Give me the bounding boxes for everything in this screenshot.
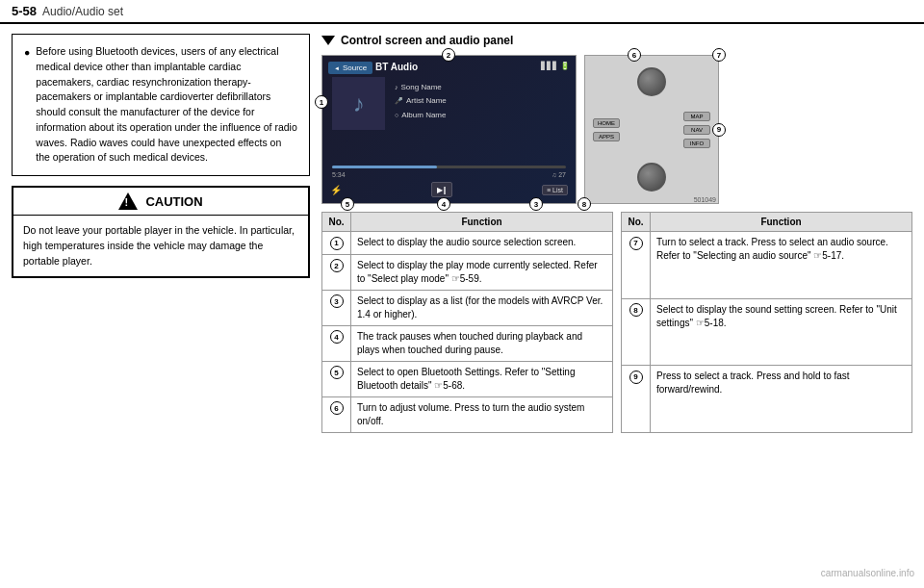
artist-name: Artist Name [395,94,447,108]
list-button[interactable]: ≡ List [542,185,568,195]
table-row: 9 Press to select a track. Press and hol… [622,366,912,433]
current-time: 5:34 [332,171,346,178]
table-row: 8 Select to display the sound setting sc… [622,298,912,366]
panel-buttons-right: MAP NAV INFO [683,112,710,148]
label-3: 3 [529,197,543,211]
right-function-table: No. Function 7 Turn to select a track. P… [621,212,912,433]
album-art: ♪ [332,77,385,130]
table-row: 3 Select to display as a list (for the m… [322,290,613,325]
right-column: Control screen and audio panel Source BT… [321,34,912,433]
right-table-func-header: Function [651,213,912,232]
caution-label: CAUTION [145,194,202,209]
play-pause-btn[interactable]: ▶‖ [431,182,452,197]
image-number: 501049 [694,196,716,203]
row-number: 2 [322,254,351,290]
row-number: 1 [322,232,351,255]
info-btn[interactable]: INFO [683,139,710,148]
row-function: Turn to adjust volume. Press to turn the… [351,396,613,432]
label-4: 4 [437,197,450,211]
album-name: Album Name [395,109,447,122]
bt-audio-title: BT Audio [375,62,418,72]
volume-knob[interactable] [637,67,666,96]
caution-icon [118,192,138,210]
audio-screen: Source BT Audio ▋▋▋ 🔋 ♪ Song Name Artis [321,55,577,204]
left-function-table: No. Function 1 Select to display the aud… [321,212,613,433]
caution-text: Do not leave your portable player in the… [23,223,298,268]
section-title-bar: Control screen and audio panel [321,34,912,47]
label-7: 7 [712,48,726,62]
warning-text: Before using Bluetooth devices, users of… [36,44,297,166]
watermark: carmanualsonline.info [821,568,914,578]
row-function: Turn to select a track. Press to select … [651,232,912,299]
caution-body: Do not leave your portable player in the… [13,216,308,276]
caution-header: CAUTION [13,188,308,216]
label-5: 5 [341,197,354,211]
source-button: Source [328,62,372,74]
label-9: 9 [712,123,726,137]
row-function: Press to select a track. Press and hold … [651,366,912,433]
left-column: ● Before using Bluetooth devices, users … [12,34,310,433]
bullet-dot: ● [24,45,30,166]
battery-icon: 🔋 [560,62,570,70]
signal-icons: ▋▋▋ 🔋 [541,62,570,70]
row-function: Select to display the play mode currentl… [351,254,613,290]
page-header: 5-58 Audio/Audio set [0,0,924,24]
audio-panel: HOME APPS MAP NAV INFO 501 [584,55,719,204]
time-info: 5:34 ♫ 27 [332,171,566,178]
progress-bar [332,166,566,168]
row-number: 5 [322,361,351,396]
label-1: 1 [315,95,328,109]
row-function: The track pauses when touched during pla… [351,325,613,361]
panel-buttons-left: HOME APPS [593,118,620,141]
screen-inner: Source BT Audio ▋▋▋ 🔋 ♪ Song Name Artis [322,56,576,203]
section-title-text: Control screen and audio panel [341,34,513,47]
label-6: 6 [628,48,641,62]
label-2: 2 [442,48,455,62]
nav-btn[interactable]: NAV [683,125,710,135]
row-function: Select to display as a list (for the mod… [351,290,613,325]
music-note-icon: ♪ [353,90,365,117]
left-table-func-header: Function [351,213,613,232]
caution-box: CAUTION Do not leave your portable playe… [12,186,310,278]
row-number: 8 [622,298,651,366]
home-btn[interactable]: HOME [593,118,620,128]
row-number: 4 [322,325,351,361]
triangle-icon [321,36,335,45]
progress-area: 5:34 ♫ 27 [332,166,566,178]
row-number: 6 [322,396,351,432]
progress-fill [332,166,437,168]
page-title: Audio/Audio set [42,5,123,18]
panel-container: HOME APPS MAP NAV INFO 501 [584,55,719,204]
left-table-no-header: No. [322,213,351,232]
screen-container: Source BT Audio ▋▋▋ 🔋 ♪ Song Name Artis [321,55,577,204]
table-row: 4 The track pauses when touched during p… [322,325,613,361]
table-row: 1 Select to display the audio source sel… [322,232,613,255]
row-number: 9 [622,366,651,433]
label-8: 8 [578,197,591,211]
table-row: 7 Turn to select a track. Press to selec… [622,232,912,299]
controls-bar: ⚡ ▶‖ ≡ List [322,182,576,197]
row-number: 3 [322,290,351,325]
tables-area: No. Function 1 Select to display the aud… [321,212,912,433]
row-function: Select to display the audio source selec… [351,232,613,255]
signal-icon: ▋▋▋ [541,62,558,70]
map-btn[interactable]: MAP [683,112,710,121]
list-icon: ≡ [547,187,551,193]
track-knob[interactable] [637,163,666,192]
row-function: Select to open Bluetooth Settings. Refer… [351,361,613,396]
bluetooth-icon: ⚡ [330,185,342,195]
table-row: 5 Select to open Bluetooth Settings. Ref… [322,361,613,396]
table-row: 2 Select to display the play mode curren… [322,254,613,290]
page-number: 5-58 [12,4,37,18]
main-content: ● Before using Bluetooth devices, users … [0,24,924,443]
total-time: ♫ 27 [552,171,566,178]
audio-image-container: Source BT Audio ▋▋▋ 🔋 ♪ Song Name Artis [321,55,912,204]
row-function: Select to display the sound setting scre… [651,298,912,366]
row-number: 7 [622,232,651,299]
song-name: Song Name [395,81,447,94]
bullet-point: ● Before using Bluetooth devices, users … [24,44,297,166]
right-table-no-header: No. [622,213,651,232]
warning-box: ● Before using Bluetooth devices, users … [12,34,310,176]
apps-btn[interactable]: APPS [593,132,620,141]
table-row: 6 Turn to adjust volume. Press to turn t… [322,396,613,432]
